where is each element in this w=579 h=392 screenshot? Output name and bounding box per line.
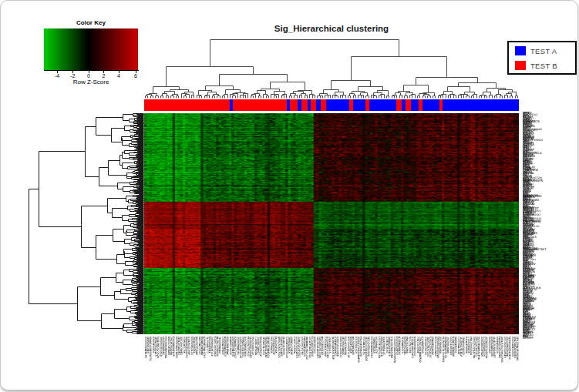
sample-group-bar-segment <box>301 99 308 111</box>
sample-group-bar-segment <box>321 99 326 111</box>
color-key-tick-label: 4 <box>117 73 120 79</box>
sample-group-bar-segment <box>290 99 298 111</box>
sample-group-bar-segment <box>369 99 396 111</box>
sample-group-bar-segment <box>233 99 287 111</box>
sample-group-bar-segment <box>311 99 316 111</box>
sample-group-bar-segment <box>411 99 419 111</box>
sample-group-bar-segment <box>326 99 349 111</box>
column-dendrogram <box>144 37 519 99</box>
row-dendrogram <box>26 113 144 334</box>
sample-group-bar-segment <box>443 99 519 111</box>
test-b-label: TEST B <box>530 62 557 70</box>
row-labels <box>522 112 578 339</box>
color-key-tick-label: -2 <box>70 73 75 79</box>
color-key-tick-label: 2 <box>103 73 106 79</box>
column-labels <box>144 335 519 383</box>
color-key-title: Color Key <box>44 19 138 26</box>
sample-group-bar-segment <box>406 99 411 111</box>
color-key-gradient <box>44 28 138 70</box>
heatmap-matrix <box>144 113 519 334</box>
color-key-tick-label: -4 <box>55 73 59 79</box>
legend-item-test-b: TEST B <box>515 59 575 72</box>
plot-title: Sig_Hierarchical clustering <box>144 24 519 33</box>
color-key-tick-label: 0 <box>87 73 90 79</box>
sample-group-bar-segment <box>396 99 402 111</box>
sample-group-bar-segment <box>144 99 230 111</box>
sample-group-bar-segment <box>353 99 365 111</box>
clustering-figure: Color Key -4-20246 Row Z-Score Sig_Hiera… <box>0 0 578 390</box>
color-key-axis-label: Row Z-Score <box>44 79 138 85</box>
sample-group-bar-segment <box>422 99 439 111</box>
test-a-label: TEST A <box>530 47 557 55</box>
color-key-tick-label: 6 <box>134 73 137 79</box>
legend-item-test-a: TEST A <box>515 45 575 57</box>
sample-group-bar <box>144 99 519 111</box>
